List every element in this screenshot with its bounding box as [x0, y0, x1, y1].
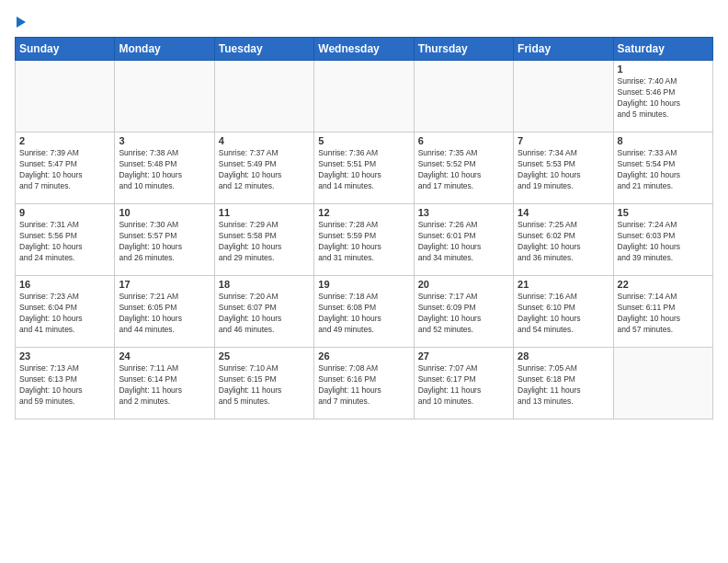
day-cell: 1Sunrise: 7:40 AM Sunset: 5:46 PM Daylig…: [613, 61, 712, 132]
day-info: Sunrise: 7:37 AM Sunset: 5:49 PM Dayligh…: [219, 148, 310, 192]
weekday-wednesday: Wednesday: [314, 38, 414, 61]
logo-arrow-icon: [17, 17, 26, 28]
week-row-1: 2Sunrise: 7:39 AM Sunset: 5:47 PM Daylig…: [16, 132, 713, 204]
day-cell: 20Sunrise: 7:17 AM Sunset: 6:09 PM Dayli…: [414, 276, 513, 348]
day-cell: 10Sunrise: 7:30 AM Sunset: 5:57 PM Dayli…: [115, 204, 214, 276]
day-cell: 13Sunrise: 7:26 AM Sunset: 6:01 PM Dayli…: [414, 204, 513, 276]
weekday-monday: Monday: [115, 38, 214, 61]
day-number: 3: [119, 135, 210, 146]
day-number: 25: [219, 350, 310, 362]
day-cell: 11Sunrise: 7:29 AM Sunset: 5:58 PM Dayli…: [214, 204, 313, 276]
day-cell: 12Sunrise: 7:28 AM Sunset: 5:59 PM Dayli…: [314, 204, 414, 276]
weekday-friday: Friday: [514, 38, 613, 61]
day-cell: 27Sunrise: 7:07 AM Sunset: 6:17 PM Dayli…: [414, 348, 513, 419]
day-cell: 26Sunrise: 7:08 AM Sunset: 6:16 PM Dayli…: [314, 348, 414, 419]
week-row-4: 23Sunrise: 7:13 AM Sunset: 6:13 PM Dayli…: [16, 348, 713, 419]
day-number: 17: [119, 279, 210, 290]
day-info: Sunrise: 7:07 AM Sunset: 6:17 PM Dayligh…: [418, 363, 509, 408]
day-number: 19: [318, 279, 409, 290]
day-cell: 24Sunrise: 7:11 AM Sunset: 6:14 PM Dayli…: [115, 348, 214, 419]
day-info: Sunrise: 7:18 AM Sunset: 6:08 PM Dayligh…: [318, 292, 409, 336]
day-info: Sunrise: 7:38 AM Sunset: 5:48 PM Dayligh…: [119, 148, 210, 192]
day-cell: 17Sunrise: 7:21 AM Sunset: 6:05 PM Dayli…: [115, 276, 214, 348]
day-number: 26: [318, 350, 409, 362]
weekday-thursday: Thursday: [414, 38, 513, 61]
day-cell: 5Sunrise: 7:36 AM Sunset: 5:51 PM Daylig…: [314, 132, 414, 204]
day-cell: 18Sunrise: 7:20 AM Sunset: 6:07 PM Dayli…: [214, 276, 313, 348]
day-info: Sunrise: 7:40 AM Sunset: 5:46 PM Dayligh…: [618, 76, 709, 121]
day-number: 11: [219, 207, 310, 218]
day-number: 7: [518, 135, 609, 146]
header: [15, 15, 713, 28]
day-number: 28: [518, 350, 609, 362]
day-info: Sunrise: 7:13 AM Sunset: 6:13 PM Dayligh…: [19, 363, 110, 408]
day-info: Sunrise: 7:10 AM Sunset: 6:15 PM Dayligh…: [219, 363, 310, 408]
day-number: 23: [19, 350, 110, 362]
day-number: 2: [19, 135, 110, 146]
day-number: 18: [219, 279, 310, 290]
day-info: Sunrise: 7:34 AM Sunset: 5:53 PM Dayligh…: [518, 148, 609, 192]
week-row-2: 9Sunrise: 7:31 AM Sunset: 5:56 PM Daylig…: [16, 204, 713, 276]
day-info: Sunrise: 7:17 AM Sunset: 6:09 PM Dayligh…: [418, 292, 509, 336]
day-number: 24: [119, 350, 210, 362]
weekday-sunday: Sunday: [16, 38, 115, 61]
logo: [15, 15, 26, 28]
day-cell: 4Sunrise: 7:37 AM Sunset: 5:49 PM Daylig…: [214, 132, 313, 204]
week-row-0: 1Sunrise: 7:40 AM Sunset: 5:46 PM Daylig…: [16, 61, 713, 132]
day-number: 14: [518, 207, 609, 218]
day-cell: 9Sunrise: 7:31 AM Sunset: 5:56 PM Daylig…: [16, 204, 115, 276]
day-number: 8: [618, 135, 709, 146]
day-info: Sunrise: 7:28 AM Sunset: 5:59 PM Dayligh…: [318, 220, 409, 264]
day-cell: [314, 61, 414, 132]
day-cell: 6Sunrise: 7:35 AM Sunset: 5:52 PM Daylig…: [414, 132, 513, 204]
day-cell: 22Sunrise: 7:14 AM Sunset: 6:11 PM Dayli…: [613, 276, 712, 348]
day-number: 22: [618, 279, 709, 290]
day-cell: [214, 61, 313, 132]
day-cell: 7Sunrise: 7:34 AM Sunset: 5:53 PM Daylig…: [514, 132, 613, 204]
day-number: 10: [119, 207, 210, 218]
day-cell: 23Sunrise: 7:13 AM Sunset: 6:13 PM Dayli…: [16, 348, 115, 419]
day-info: Sunrise: 7:23 AM Sunset: 6:04 PM Dayligh…: [19, 292, 110, 336]
week-row-3: 16Sunrise: 7:23 AM Sunset: 6:04 PM Dayli…: [16, 276, 713, 348]
day-cell: 8Sunrise: 7:33 AM Sunset: 5:54 PM Daylig…: [613, 132, 712, 204]
day-cell: 15Sunrise: 7:24 AM Sunset: 6:03 PM Dayli…: [613, 204, 712, 276]
day-info: Sunrise: 7:16 AM Sunset: 6:10 PM Dayligh…: [518, 292, 609, 336]
day-info: Sunrise: 7:26 AM Sunset: 6:01 PM Dayligh…: [418, 220, 509, 264]
day-info: Sunrise: 7:39 AM Sunset: 5:47 PM Dayligh…: [19, 148, 110, 192]
day-cell: 25Sunrise: 7:10 AM Sunset: 6:15 PM Dayli…: [214, 348, 313, 419]
day-cell: 28Sunrise: 7:05 AM Sunset: 6:18 PM Dayli…: [514, 348, 613, 419]
day-info: Sunrise: 7:31 AM Sunset: 5:56 PM Dayligh…: [19, 220, 110, 264]
day-number: 12: [318, 207, 409, 218]
day-cell: 16Sunrise: 7:23 AM Sunset: 6:04 PM Dayli…: [16, 276, 115, 348]
day-cell: 19Sunrise: 7:18 AM Sunset: 6:08 PM Dayli…: [314, 276, 414, 348]
day-cell: 14Sunrise: 7:25 AM Sunset: 6:02 PM Dayli…: [514, 204, 613, 276]
day-info: Sunrise: 7:08 AM Sunset: 6:16 PM Dayligh…: [318, 363, 409, 408]
day-info: Sunrise: 7:29 AM Sunset: 5:58 PM Dayligh…: [219, 220, 310, 264]
day-info: Sunrise: 7:35 AM Sunset: 5:52 PM Dayligh…: [418, 148, 509, 192]
day-number: 6: [418, 135, 509, 146]
calendar-table: SundayMondayTuesdayWednesdayThursdayFrid…: [15, 37, 713, 419]
day-cell: [514, 61, 613, 132]
day-number: 4: [219, 135, 310, 146]
day-number: 27: [418, 350, 509, 362]
day-info: Sunrise: 7:36 AM Sunset: 5:51 PM Dayligh…: [318, 148, 409, 192]
day-number: 20: [418, 279, 509, 290]
day-cell: [414, 61, 513, 132]
day-info: Sunrise: 7:20 AM Sunset: 6:07 PM Dayligh…: [219, 292, 310, 336]
day-number: 9: [19, 207, 110, 218]
day-cell: 21Sunrise: 7:16 AM Sunset: 6:10 PM Dayli…: [514, 276, 613, 348]
day-info: Sunrise: 7:21 AM Sunset: 6:05 PM Dayligh…: [119, 292, 210, 336]
day-number: 16: [19, 279, 110, 290]
day-cell: 3Sunrise: 7:38 AM Sunset: 5:48 PM Daylig…: [115, 132, 214, 204]
day-info: Sunrise: 7:25 AM Sunset: 6:02 PM Dayligh…: [518, 220, 609, 264]
day-cell: 2Sunrise: 7:39 AM Sunset: 5:47 PM Daylig…: [16, 132, 115, 204]
day-number: 1: [618, 63, 709, 75]
day-number: 21: [518, 279, 609, 290]
day-cell: [115, 61, 214, 132]
weekday-header-row: SundayMondayTuesdayWednesdayThursdayFrid…: [16, 38, 713, 61]
day-info: Sunrise: 7:11 AM Sunset: 6:14 PM Dayligh…: [119, 363, 210, 408]
day-info: Sunrise: 7:05 AM Sunset: 6:18 PM Dayligh…: [518, 363, 609, 408]
day-cell: [16, 61, 115, 132]
day-cell: [613, 348, 712, 419]
day-number: 15: [618, 207, 709, 218]
